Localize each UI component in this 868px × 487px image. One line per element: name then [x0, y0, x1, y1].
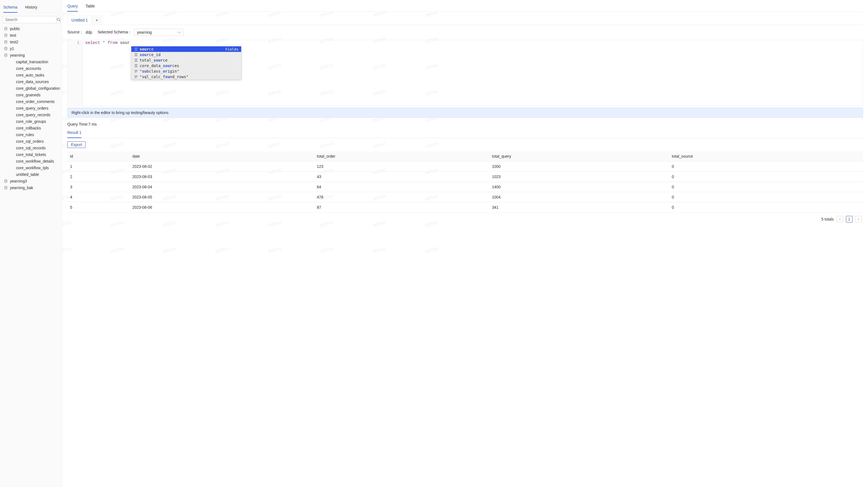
- table-cell: 0: [669, 162, 863, 172]
- tree-table-core_sql_records[interactable]: core_sql_records: [2, 145, 60, 151]
- keyword-icon: [134, 69, 138, 73]
- schema-search-input[interactable]: [2, 16, 56, 23]
- table-cell: 1400: [489, 182, 669, 192]
- editor-hint-banner: Right-click in the editor to bring up te…: [67, 108, 863, 118]
- table-cell: 4: [67, 192, 130, 202]
- table-cell: 2023-08-05: [130, 192, 314, 202]
- table-row[interactable]: 42023-08-0547810040: [67, 192, 863, 202]
- svg-line-1: [59, 21, 60, 22]
- tree-table-core_auto_tasks[interactable]: core_auto_tasks: [2, 72, 60, 78]
- database-icon: [4, 40, 8, 44]
- table-row[interactable]: 32023-08-046414000: [67, 182, 863, 192]
- table-cell: 3: [67, 182, 130, 192]
- table-cell: 341: [489, 202, 669, 212]
- table-cell: 0: [669, 192, 863, 202]
- svg-point-4: [5, 40, 7, 41]
- table-cell: 1000: [489, 162, 669, 172]
- tree-table-core_data_sources[interactable]: core_data_sources: [2, 78, 60, 85]
- tree-db-yearning3[interactable]: yearning3: [2, 178, 60, 184]
- autocomplete-item[interactable]: "subclass_origin": [131, 68, 241, 74]
- table-cell: 1004: [489, 192, 669, 202]
- search-icon: [57, 18, 60, 22]
- pager-prev[interactable]: [837, 216, 843, 223]
- database-icon: [4, 33, 8, 37]
- field-icon: [134, 64, 138, 68]
- tree-db-public[interactable]: public: [2, 25, 60, 32]
- database-icon: [4, 186, 8, 190]
- tree-table-core_sql_orders[interactable]: core_sql_orders: [2, 138, 60, 145]
- autocomplete-item[interactable]: total_source: [131, 57, 241, 63]
- tree-db-y1[interactable]: y1: [2, 45, 60, 52]
- table-cell: 2023-08-03: [130, 172, 314, 182]
- tree-table-core_workflow_details[interactable]: core_workflow_details: [2, 158, 60, 165]
- tree-table-core_global_configuration[interactable]: core_global_configuration: [2, 85, 60, 92]
- tree-db-label: public: [10, 27, 20, 31]
- tree-table-core_accounts[interactable]: core_accounts: [2, 65, 60, 72]
- tree-table-core_rollbacks[interactable]: core_rollbacks: [2, 125, 60, 132]
- schema-selected-value: yearning: [137, 30, 152, 34]
- tree-table-core_order_comments[interactable]: core_order_comments: [2, 98, 60, 105]
- autocomplete-item[interactable]: "sql_calc_found_rows": [131, 74, 241, 80]
- sidebar: Schema History publictesttest2y1yearning…: [0, 0, 62, 487]
- query-time: Query Time:7 ms: [67, 122, 863, 126]
- tree-db-test2[interactable]: test2: [2, 39, 60, 45]
- autocomplete-hint: Fields: [225, 47, 238, 51]
- table-cell: 64: [314, 182, 490, 192]
- col-total_query[interactable]: total_query: [489, 151, 669, 162]
- tree-table-capital_transaction[interactable]: capital_transaction: [2, 59, 60, 65]
- sql-editor[interactable]: 1 select * from sour sourceFieldssource_…: [67, 40, 863, 106]
- tree-table-core_query_records[interactable]: core_query_records: [2, 112, 60, 118]
- table-row[interactable]: 52023-08-06873410: [67, 202, 863, 212]
- table-row[interactable]: 12023-08-0212310000: [67, 162, 863, 172]
- tree-db-yearning_bak[interactable]: yearning_bak: [2, 184, 60, 191]
- svg-point-5: [5, 47, 7, 48]
- table-cell: 2023-08-02: [130, 162, 314, 172]
- tree-db-test[interactable]: test: [2, 32, 60, 39]
- table-cell: 478: [314, 192, 490, 202]
- autocomplete-item[interactable]: sourceFields: [131, 47, 241, 52]
- table-cell: 123: [314, 162, 490, 172]
- tree-table-core_graineds[interactable]: core_graineds: [2, 92, 60, 98]
- tree-table-core_rules[interactable]: core_rules: [2, 132, 60, 138]
- result-tab-1[interactable]: Result 1: [67, 128, 82, 138]
- svg-point-0: [57, 18, 60, 21]
- table-row[interactable]: 22023-08-034310230: [67, 172, 863, 182]
- query-tab-add[interactable]: +: [92, 16, 102, 25]
- table-cell: 5: [67, 202, 130, 212]
- schema-tree: publictesttest2y1yearningcapital_transac…: [2, 25, 60, 485]
- source-value: ddp: [86, 30, 92, 34]
- chevron-left-icon: [838, 218, 841, 221]
- col-id[interactable]: id: [67, 151, 130, 162]
- tree-table-core_query_orders[interactable]: core_query_orders: [2, 105, 60, 112]
- tree-table-core_role_groups[interactable]: core_role_groups: [2, 118, 60, 125]
- tree-db-yearning[interactable]: yearning: [2, 52, 60, 59]
- autocomplete-item[interactable]: source_id: [131, 52, 241, 57]
- export-button[interactable]: Export: [67, 141, 86, 148]
- main-tab-table[interactable]: Table: [86, 2, 95, 11]
- col-total_order[interactable]: total_order: [314, 151, 490, 162]
- main-pane: Query Table Untitled 1 + Source： ddp Sel…: [62, 0, 868, 487]
- tree-table-core_workflow_tpls[interactable]: core_workflow_tpls: [2, 165, 60, 171]
- schema-label: Selected Schema：: [98, 30, 132, 35]
- tree-table-core_total_tickets[interactable]: core_total_tickets: [2, 151, 60, 158]
- tree-db-label: yearning: [10, 53, 25, 57]
- col-total_source[interactable]: total_source: [669, 151, 863, 162]
- editor-code[interactable]: select * from sour: [83, 40, 132, 106]
- sidebar-tab-schema[interactable]: Schema: [3, 3, 18, 13]
- keyword-icon: [134, 75, 138, 79]
- pager-next[interactable]: [855, 216, 862, 223]
- schema-select[interactable]: yearning: [134, 29, 184, 36]
- autocomplete-popup[interactable]: sourceFieldssource_idtotal_sourcecore_da…: [131, 46, 241, 80]
- sidebar-tab-history[interactable]: History: [25, 3, 37, 13]
- database-icon: [4, 27, 8, 31]
- query-tab-current[interactable]: Untitled 1: [67, 16, 92, 25]
- database-icon: [4, 53, 8, 57]
- tree-table-untitled_table[interactable]: untitled_table: [2, 171, 60, 178]
- schema-search-button[interactable]: [56, 16, 61, 23]
- table-cell: 2023-08-04: [130, 182, 314, 192]
- autocomplete-item[interactable]: core_data_sources: [131, 63, 241, 68]
- tree-db-label: test2: [10, 40, 18, 44]
- main-tab-query[interactable]: Query: [67, 2, 78, 11]
- pager-page-1[interactable]: 1: [846, 216, 852, 223]
- col-date[interactable]: date: [130, 151, 314, 162]
